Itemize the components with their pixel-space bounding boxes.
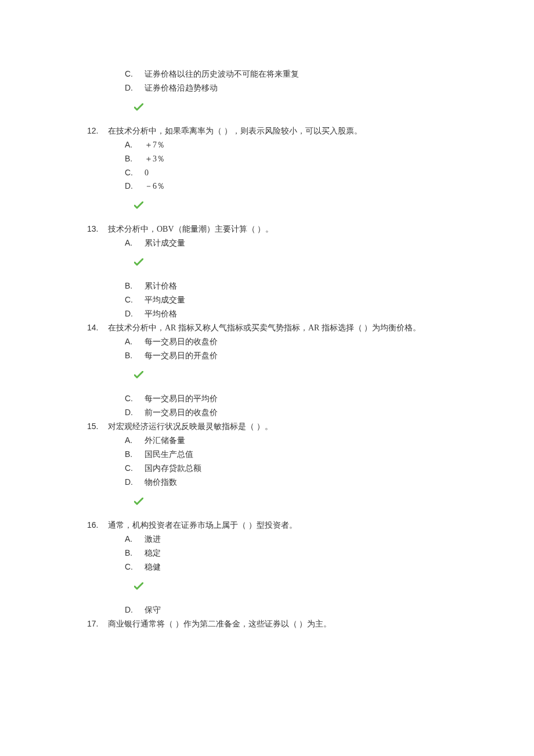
option-text: 证券价格以往的历史波动不可能在将来重复 [145, 69, 299, 80]
option-row: D. 保守 [125, 603, 453, 617]
option-row: A. 累计成交量 [125, 236, 453, 250]
question-text: 对宏观经济运行状况反映最灵敏指标是（ ）。 [108, 422, 273, 432]
check-icon [134, 258, 453, 267]
option-letter: C. [125, 394, 145, 403]
question-number: 14. [87, 323, 108, 332]
page-content: C. 证券价格以往的历史波动不可能在将来重复 D. 证券价格沿趋势移动 12. … [0, 0, 534, 678]
option-letter: B. [125, 154, 145, 163]
question-stem: 15. 对宏观经济运行状况反映最灵敏指标是（ ）。 [87, 420, 453, 434]
option-letter: A. [125, 140, 145, 149]
correct-mark-row [134, 201, 453, 212]
option-row: D. －6％ [125, 179, 453, 193]
option-letter: B. [125, 351, 145, 360]
question-stem: 17. 商业银行通常将（ ）作为第二准备金，这些证券以（ ）为主。 [87, 617, 453, 631]
option-text: 前一交易日的收盘价 [145, 408, 218, 418]
option-row: C. 证券价格以往的历史波动不可能在将来重复 [125, 67, 453, 81]
option-row: B. 国民生产总值 [125, 448, 453, 462]
option-letter: D. [125, 408, 145, 417]
option-row: C. 0 [125, 166, 453, 179]
option-letter: C. [125, 69, 145, 78]
option-text: 0 [145, 168, 149, 178]
option-letter: D. [125, 477, 145, 487]
option-row: C. 平均成交量 [125, 293, 453, 307]
option-row: A. ＋7％ [125, 138, 453, 152]
question-stem: 14. 在技术分析中，AR 指标又称人气指标或买卖气势指标，AR 指标选择（ ）… [87, 321, 453, 335]
option-letter: B. [125, 449, 145, 459]
question-number: 16. [87, 520, 108, 530]
option-letter: B. [125, 281, 145, 290]
check-icon [134, 498, 453, 506]
option-text: 每一交易日的收盘价 [145, 337, 218, 347]
check-icon [134, 582, 453, 591]
option-letter: D. [125, 309, 145, 318]
question-number: 15. [87, 422, 108, 431]
correct-mark-row [134, 582, 453, 593]
question-number: 12. [87, 126, 108, 135]
option-row: D. 证券价格沿趋势移动 [125, 81, 453, 95]
option-text: 激进 [145, 534, 161, 545]
option-row: D. 平均价格 [125, 307, 453, 321]
option-text: 每一交易日的平均价 [145, 394, 218, 404]
option-letter: C. [125, 463, 145, 473]
option-row: C. 稳健 [125, 560, 453, 574]
correct-mark-row [134, 258, 453, 269]
option-row: C. 国内存贷款总额 [125, 462, 453, 476]
question-stem: 13. 技术分析中，OBV（能量潮）主要计算（ ）。 [87, 222, 453, 236]
option-letter: A. [125, 238, 145, 247]
option-text: 平均价格 [145, 309, 177, 319]
correct-mark-row [134, 371, 453, 381]
option-row: B. ＋3％ [125, 152, 453, 166]
option-text: ＋3％ [145, 154, 165, 164]
option-text: 国民生产总值 [145, 449, 193, 460]
check-icon [134, 371, 453, 379]
question-stem: 12. 在技术分析中，如果乖离率为（ ），则表示风险较小，可以买入股票。 [87, 124, 453, 138]
option-letter: A. [125, 435, 145, 445]
option-letter: C. [125, 562, 145, 571]
option-text: 外汇储备量 [145, 435, 185, 446]
question-text: 通常，机构投资者在证券市场上属于（ ）型投资者。 [108, 520, 297, 531]
option-text: 保守 [145, 605, 161, 615]
option-letter: B. [125, 548, 145, 557]
option-text: －6％ [145, 181, 165, 192]
option-row: B. 每一交易日的开盘价 [125, 349, 453, 363]
option-row: B. 累计价格 [125, 279, 453, 293]
question-stem: 16. 通常，机构投资者在证券市场上属于（ ）型投资者。 [87, 519, 453, 532]
option-row: D. 前一交易日的收盘价 [125, 406, 453, 420]
option-row: A. 外汇储备量 [125, 434, 453, 448]
option-row: A. 激进 [125, 532, 453, 546]
option-text: 证券价格沿趋势移动 [145, 83, 218, 93]
option-row: A. 每一交易日的收盘价 [125, 335, 453, 349]
option-text: 稳健 [145, 562, 161, 573]
option-row: C. 每一交易日的平均价 [125, 392, 453, 406]
option-text: 累计成交量 [145, 238, 185, 249]
option-text: 国内存贷款总额 [145, 463, 201, 474]
option-row: D. 物价指数 [125, 476, 453, 489]
option-text: 每一交易日的开盘价 [145, 351, 218, 361]
correct-mark-row [134, 498, 453, 508]
option-letter: D. [125, 181, 145, 190]
option-letter: C. [125, 168, 145, 177]
option-text: 平均成交量 [145, 295, 185, 305]
option-letter: D. [125, 83, 145, 92]
option-text: 稳定 [145, 548, 161, 559]
question-text: 在技术分析中，如果乖离率为（ ），则表示风险较小，可以买入股票。 [108, 126, 362, 136]
option-letter: C. [125, 295, 145, 304]
option-letter: D. [125, 605, 145, 614]
correct-mark-row [134, 103, 453, 114]
question-text: 商业银行通常将（ ）作为第二准备金，这些证券以（ ）为主。 [108, 619, 331, 629]
option-text: ＋7％ [145, 140, 165, 150]
option-row: B. 稳定 [125, 546, 453, 560]
check-icon [134, 103, 453, 111]
question-number: 13. [87, 224, 108, 233]
option-letter: A. [125, 534, 145, 543]
option-text: 物价指数 [145, 477, 177, 488]
check-icon [134, 201, 453, 210]
question-number: 17. [87, 619, 108, 628]
question-text: 技术分析中，OBV（能量潮）主要计算（ ）。 [108, 224, 273, 235]
question-text: 在技术分析中，AR 指标又称人气指标或买卖气势指标，AR 指标选择（ ）为均衡价… [108, 323, 421, 333]
option-text: 累计价格 [145, 281, 177, 291]
option-letter: A. [125, 337, 145, 346]
